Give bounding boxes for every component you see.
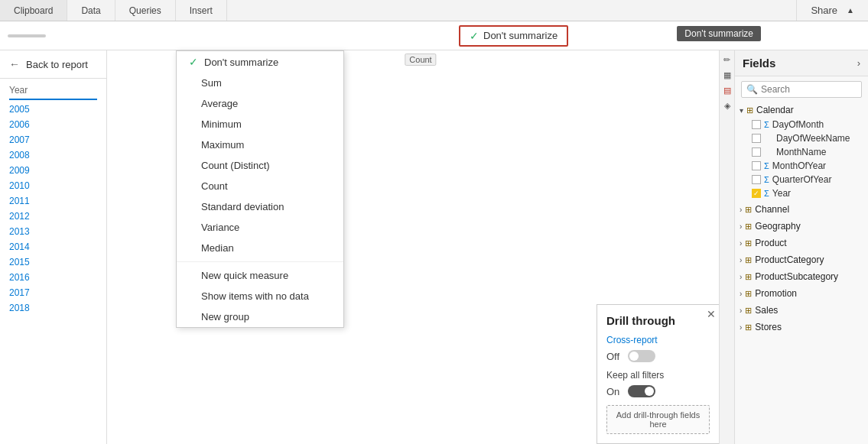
field-group-stores-header[interactable]: › ⊞ Stores [735,319,868,335]
calendar-expand-icon: ▾ [740,106,743,115]
year-2013[interactable]: 2013 [9,224,97,239]
year-2011[interactable]: 2011 [9,193,97,209]
add-drillthrough-button[interactable]: Add drill-through fields here [606,405,710,434]
productcategory-group-name: ProductCategory [755,254,824,265]
field-monthofyear[interactable]: Σ MonthOfYear [747,159,868,173]
dont-summarize-button[interactable]: ✓ Don't summarize [459,25,568,47]
dayofmonth-name: DayOfMonth [772,119,824,130]
stores-expand-icon: › [740,323,742,332]
toggle-thumb-on [645,387,654,396]
field-year[interactable]: Σ Year [747,186,868,200]
monthname-checkbox[interactable] [752,147,761,157]
fields-expand-icon[interactable]: › [857,57,860,69]
year-2016[interactable]: 2016 [9,270,97,285]
productcategory-expand-icon: › [740,256,742,264]
field-group-productcategory-header[interactable]: › ⊞ ProductCategory [735,252,868,267]
field-group-geography-header[interactable]: › ⊞ Geography [735,219,868,234]
field-group-promotion-header[interactable]: › ⊞ Promotion [735,286,868,301]
toolbar-filter-icon[interactable]: ▤ [721,84,733,96]
dont-summarize-label: Don't summarize [483,30,558,41]
field-group-productsubcategory-header[interactable]: › ⊞ ProductSubcategory [735,269,868,284]
year-checkbox[interactable] [752,189,761,198]
year-2006[interactable]: 2006 [9,117,97,132]
tab-share[interactable]: Share ▲ [796,0,868,21]
drill-close-button[interactable]: ✕ [707,308,716,320]
channel-expand-icon: › [740,206,742,214]
collapse-icon: ▲ [847,6,854,15]
year-2008[interactable]: 2008 [9,147,97,163]
dont-summarize-item-label: Don't summarize [204,57,278,68]
toolbar-pencil-icon[interactable]: ✏ [721,53,733,66]
dropdown-sum[interactable]: Sum [177,73,343,93]
dayofmonth-sigma-icon: Σ [764,120,769,129]
field-group-sales-header[interactable]: › ⊞ Sales [735,303,868,318]
productsubcategory-expand-icon: › [740,273,742,281]
tab-data[interactable]: Data [67,0,115,21]
dropdown-average[interactable]: Average [177,93,343,114]
calendar-group-name: Calendar [756,105,794,115]
center-toolbar: ✏ ▦ ▤ ◈ [719,50,734,444]
sales-table-icon: ⊞ [745,306,752,316]
field-group-productsubcategory: › ⊞ ProductSubcategory [735,269,868,284]
stores-table-icon: ⊞ [745,322,752,332]
drill-keep-filters-toggle[interactable] [628,385,655,397]
dropdown-std-dev[interactable]: Standard deviation [177,196,343,217]
field-dayofweekname[interactable]: DayOfWeekName [747,131,868,145]
field-group-productcategory: › ⊞ ProductCategory [735,252,868,267]
dropdown-new-quick-measure[interactable]: New quick measure [177,265,343,286]
year-2005[interactable]: 2005 [9,99,97,117]
year-sigma-icon: Σ [764,189,769,198]
dayofweekname-checkbox[interactable] [752,134,761,143]
year-2010[interactable]: 2010 [9,178,97,193]
year-2014[interactable]: 2014 [9,239,97,254]
field-dayofmonth[interactable]: Σ DayOfMonth [747,118,868,131]
field-group-calendar: ▾ ⊞ Calendar Σ DayOfMonth DayOfWeekName [735,102,868,200]
dropdown-dont-summarize[interactable]: Don't summarize [177,51,343,73]
field-group-channel-header[interactable]: › ⊞ Channel [735,202,868,217]
year-2017[interactable]: 2017 [9,285,97,300]
year-label: Year [0,79,106,99]
year-2012[interactable]: 2012 [9,209,97,224]
monthofyear-checkbox[interactable] [752,161,761,170]
tab-queries[interactable]: Queries [115,0,176,21]
drill-keep-filters-label: Keep all filters [606,370,710,381]
year-2007[interactable]: 2007 [9,132,97,147]
year-2009[interactable]: 2009 [9,163,97,178]
tab-clipboard[interactable]: Clipboard [0,0,67,21]
dayofmonth-checkbox[interactable] [752,120,761,129]
geography-table-icon: ⊞ [745,222,752,232]
dropdown-variance[interactable]: Variance [177,217,343,238]
drill-cross-report-link[interactable]: Cross-report [606,335,710,345]
field-group-product: › ⊞ Product [735,235,868,251]
quarterofyear-checkbox[interactable] [752,175,761,184]
dropdown-new-group[interactable]: New group [177,306,343,327]
field-quarterofyear[interactable]: Σ QuarterOfYear [747,173,868,186]
monthname-name: MonthName [776,147,826,157]
dropdown-maximum[interactable]: Maximum [177,134,343,155]
dropdown-count[interactable]: Count [177,176,343,196]
year-2018[interactable]: 2018 [9,300,97,316]
dropdown-count-distinct[interactable]: Count (Distinct) [177,155,343,176]
field-group-product-header[interactable]: › ⊞ Product [735,235,868,251]
productcategory-table-icon: ⊞ [745,255,752,265]
year-2015[interactable]: 2015 [9,254,97,270]
back-to-report-button[interactable]: ← Back to report [0,50,106,79]
field-monthname[interactable]: MonthName [747,145,868,159]
year-list: 2005 2006 2007 2008 2009 2010 2011 2012 … [0,99,106,316]
fields-panel: Fields › 🔍 ▾ ⊞ Calendar Σ DayOfMonth [734,50,868,444]
toolbar-chart-icon[interactable]: ◈ [721,99,733,112]
search-input[interactable] [761,84,857,95]
drill-cross-report-toggle[interactable] [628,350,655,362]
fields-title: Fields [743,57,775,70]
promotion-group-name: Promotion [755,288,797,299]
dropdown-median[interactable]: Median [177,238,343,258]
search-icon: 🔍 [746,84,758,95]
dropdown-minimum[interactable]: Minimum [177,114,343,134]
dropdown-menu: Don't summarize Sum Average Minimum Maxi… [176,50,344,328]
dropdown-show-no-data[interactable]: Show items with no data [177,286,343,306]
drill-on-label: On [606,386,622,397]
quarterofyear-name: QuarterOfYear [772,174,832,185]
toolbar-table-icon[interactable]: ▦ [721,69,733,81]
tab-insert[interactable]: Insert [176,0,227,21]
field-group-calendar-header[interactable]: ▾ ⊞ Calendar [735,102,868,118]
